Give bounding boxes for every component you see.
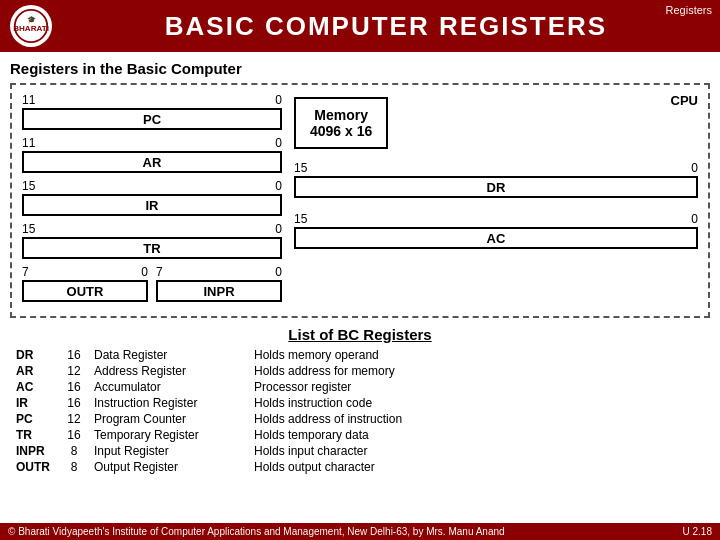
dr-bit-low: 0: [691, 161, 698, 175]
footer: © Bharati Vidyapeeth's Institute of Comp…: [0, 523, 720, 540]
reg-bits: 8: [60, 459, 88, 475]
list-section: List of BC Registers DR 16 Data Register…: [10, 326, 710, 475]
ac-register-box: AC: [294, 227, 698, 249]
reg-description: Holds input character: [248, 443, 710, 459]
reg-description: Processor register: [248, 379, 710, 395]
reg-abbr: INPR: [10, 443, 60, 459]
ar-bit-low: 0: [275, 136, 282, 150]
memory-spec: 4096 x 16: [310, 123, 372, 139]
reg-bits: 16: [60, 427, 88, 443]
table-row: IR 16 Instruction Register Holds instruc…: [10, 395, 710, 411]
ar-register-row: 11 0 AR: [22, 136, 282, 173]
registers-table: DR 16 Data Register Holds memory operand…: [10, 347, 710, 475]
ac-bit-high: 15: [294, 212, 307, 226]
memory-label: Memory: [310, 107, 372, 123]
right-panel: Memory 4096 x 16 CPU 15 0 DR 15 0 AC: [294, 93, 698, 308]
header-corner-label: Registers: [666, 4, 712, 16]
outr-register-box: OUTR: [22, 280, 148, 302]
reg-full-name: Data Register: [88, 347, 248, 363]
tr-bit-low: 0: [275, 222, 282, 236]
tr-bit-high: 15: [22, 222, 35, 236]
reg-abbr: AC: [10, 379, 60, 395]
pc-bit-low: 0: [275, 93, 282, 107]
inpr-bit-low: 0: [275, 265, 282, 279]
table-row: PC 12 Program Counter Holds address of i…: [10, 411, 710, 427]
inpr-bit-high: 7: [156, 265, 163, 279]
main-content: Registers in the Basic Computer 11 0 PC …: [0, 52, 720, 479]
reg-description: Holds output character: [248, 459, 710, 475]
footer-left: © Bharati Vidyapeeth's Institute of Comp…: [8, 526, 505, 537]
tr-register-row: 15 0 TR: [22, 222, 282, 259]
cpu-label: CPU: [671, 93, 698, 108]
reg-bits: 16: [60, 347, 88, 363]
registers-diagram: 11 0 PC 11 0 AR 15 0 IR: [10, 83, 710, 318]
section-title: Registers in the Basic Computer: [10, 60, 710, 77]
pc-label-row: 11 0: [22, 93, 282, 107]
reg-description: Holds instruction code: [248, 395, 710, 411]
table-row: AR 12 Address Register Holds address for…: [10, 363, 710, 379]
reg-description: Holds address for memory: [248, 363, 710, 379]
reg-abbr: AR: [10, 363, 60, 379]
ac-register-row: 15 0 AC: [294, 212, 698, 249]
table-row: DR 16 Data Register Holds memory operand: [10, 347, 710, 363]
reg-bits: 8: [60, 443, 88, 459]
footer-right: U 2.18: [683, 526, 712, 537]
reg-abbr: TR: [10, 427, 60, 443]
reg-description: Holds memory operand: [248, 347, 710, 363]
reg-abbr: PC: [10, 411, 60, 427]
outr-section: 7 0 OUTR: [22, 265, 148, 302]
ir-register-row: 15 0 IR: [22, 179, 282, 216]
reg-description: Holds temporary data: [248, 427, 710, 443]
table-row: TR 16 Temporary Register Holds temporary…: [10, 427, 710, 443]
dr-register-box: DR: [294, 176, 698, 198]
reg-bits: 16: [60, 395, 88, 411]
dr-bit-high: 15: [294, 161, 307, 175]
ar-register-box: AR: [22, 151, 282, 173]
inpr-register-box: INPR: [156, 280, 282, 302]
pc-bit-high: 11: [22, 93, 35, 107]
list-title: List of BC Registers: [10, 326, 710, 343]
reg-full-name: Temporary Register: [88, 427, 248, 443]
ac-label-row: 15 0: [294, 212, 698, 226]
pc-register-box: PC: [22, 108, 282, 130]
tr-label-row: 15 0: [22, 222, 282, 236]
reg-bits: 16: [60, 379, 88, 395]
dr-label-row: 15 0: [294, 161, 698, 175]
pc-register-row: 11 0 PC: [22, 93, 282, 130]
logo: BHARATI 🎓: [10, 5, 52, 47]
header-title: BASIC COMPUTER REGISTERS: [62, 11, 710, 42]
reg-full-name: Accumulator: [88, 379, 248, 395]
inpr-label-row: 7 0: [156, 265, 282, 279]
reg-abbr: OUTR: [10, 459, 60, 475]
memory-box: Memory 4096 x 16: [294, 97, 388, 149]
header: BHARATI 🎓 BASIC COMPUTER REGISTERS Regis…: [0, 0, 720, 52]
ir-bit-high: 15: [22, 179, 35, 193]
table-row: OUTR 8 Output Register Holds output char…: [10, 459, 710, 475]
reg-full-name: Program Counter: [88, 411, 248, 427]
reg-description: Holds address of instruction: [248, 411, 710, 427]
reg-bits: 12: [60, 363, 88, 379]
left-registers-panel: 11 0 PC 11 0 AR 15 0 IR: [22, 93, 282, 308]
table-row: AC 16 Accumulator Processor register: [10, 379, 710, 395]
outr-inpr-row: 7 0 OUTR 7 0 INPR: [22, 265, 282, 302]
reg-abbr: IR: [10, 395, 60, 411]
ar-bit-high: 11: [22, 136, 35, 150]
reg-full-name: Address Register: [88, 363, 248, 379]
ac-bit-low: 0: [691, 212, 698, 226]
outr-label-row: 7 0: [22, 265, 148, 279]
svg-text:BHARATI: BHARATI: [13, 24, 49, 33]
dr-register-row: 15 0 DR: [294, 161, 698, 198]
reg-full-name: Instruction Register: [88, 395, 248, 411]
svg-text:🎓: 🎓: [27, 15, 36, 24]
ir-register-box: IR: [22, 194, 282, 216]
ir-bit-low: 0: [275, 179, 282, 193]
ar-label-row: 11 0: [22, 136, 282, 150]
reg-bits: 12: [60, 411, 88, 427]
reg-full-name: Input Register: [88, 443, 248, 459]
reg-abbr: DR: [10, 347, 60, 363]
reg-full-name: Output Register: [88, 459, 248, 475]
table-row: INPR 8 Input Register Holds input charac…: [10, 443, 710, 459]
inpr-section: 7 0 INPR: [156, 265, 282, 302]
outr-bit-high: 7: [22, 265, 29, 279]
tr-register-box: TR: [22, 237, 282, 259]
